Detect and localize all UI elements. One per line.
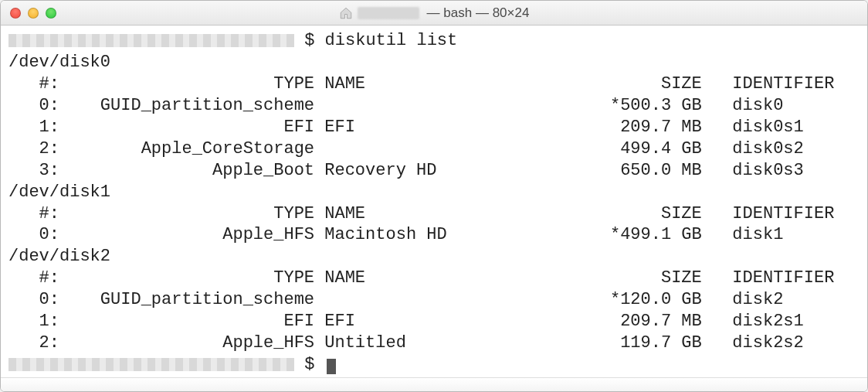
- minimize-icon[interactable]: [28, 8, 39, 19]
- redacted-text: [8, 358, 294, 371]
- table-row: 1: EFI EFI 209.7 MB disk2s1: [8, 311, 860, 332]
- redacted-text: [8, 34, 294, 47]
- device-path: /dev/disk1: [8, 182, 860, 203]
- zoom-icon[interactable]: [46, 8, 56, 19]
- terminal-content[interactable]: $ diskutil list/dev/disk0 #: TYPE NAME S…: [1, 26, 867, 377]
- prompt-line: $ diskutil list: [8, 30, 860, 52]
- redacted-username: [358, 7, 419, 19]
- device-path: /dev/disk2: [8, 246, 860, 268]
- table-header: #: TYPE NAME SIZE IDENTIFIER: [8, 268, 860, 289]
- prompt-line: $: [8, 354, 860, 376]
- prompt-command: diskutil list: [325, 31, 458, 50]
- table-row: 1: EFI EFI 209.7 MB disk0s1: [8, 117, 860, 138]
- table-row: 0: Apple_HFS Macintosh HD *499.1 GB disk…: [8, 224, 860, 246]
- cursor: [327, 359, 336, 374]
- prompt-symbol: $: [304, 355, 314, 374]
- home-icon: [339, 6, 353, 20]
- window-title-text: — bash — 80×24: [427, 5, 530, 21]
- table-header: #: TYPE NAME SIZE IDENTIFIER: [8, 73, 860, 95]
- close-icon[interactable]: [10, 8, 21, 19]
- table-row: 0: GUID_partition_scheme *500.3 GB disk0: [8, 95, 860, 117]
- device-path: /dev/disk0: [8, 52, 860, 73]
- titlebar[interactable]: — bash — 80×24: [1, 1, 867, 26]
- table-header: #: TYPE NAME SIZE IDENTIFIER: [8, 203, 860, 225]
- window-title: — bash — 80×24: [1, 5, 867, 21]
- table-row: 0: GUID_partition_scheme *120.0 GB disk2: [8, 289, 860, 311]
- table-row: 2: Apple_HFS Untitled 119.7 GB disk2s2: [8, 332, 860, 354]
- terminal-window: — bash — 80×24 $ diskutil list/dev/disk0…: [0, 0, 868, 392]
- horizontal-scrollbar[interactable]: [1, 377, 867, 391]
- prompt-symbol: $: [304, 31, 314, 50]
- table-row: 3: Apple_Boot Recovery HD 650.0 MB disk0…: [8, 160, 860, 182]
- traffic-lights: [1, 8, 56, 19]
- table-row: 2: Apple_CoreStorage 499.4 GB disk0s2: [8, 138, 860, 160]
